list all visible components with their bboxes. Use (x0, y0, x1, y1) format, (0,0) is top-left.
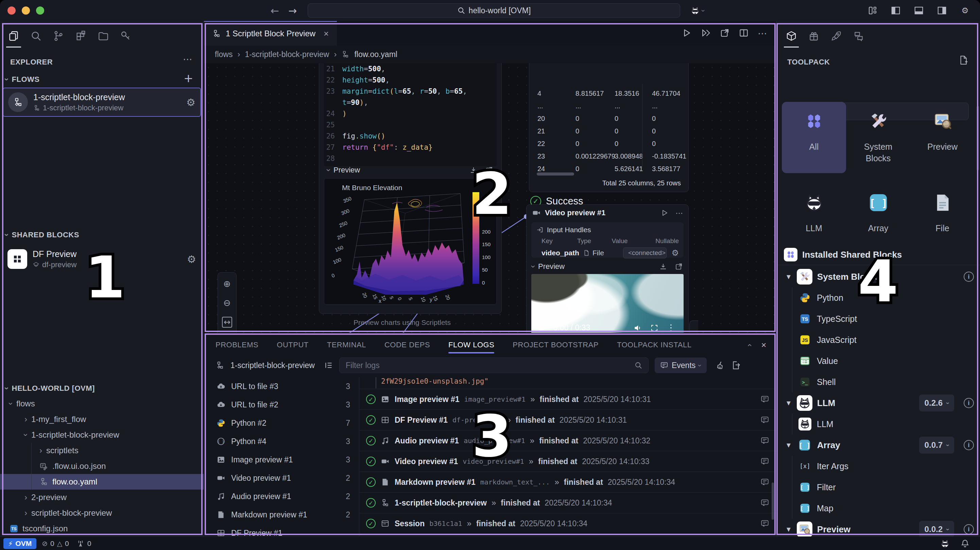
traffic-zoom-button[interactable] (36, 6, 44, 14)
flow-list-item[interactable]: 1-scriptlet-block-preview 1-scriptlet-bl… (3, 87, 201, 117)
node-more-icon[interactable]: ⋯ (675, 209, 683, 217)
file-tree-row[interactable]: › 1-my_first_flow (0, 412, 204, 427)
toggle-left-panel[interactable] (888, 3, 903, 18)
file-tree-row[interactable]: tsconfig.json (0, 521, 204, 536)
breadcrumb[interactable]: flows› 1-scriptlet-block-preview› flow.o… (204, 46, 776, 63)
traffic-close-button[interactable] (8, 6, 16, 14)
settings[interactable] (958, 3, 972, 18)
fit-view-icon[interactable]: ↔ (222, 317, 232, 328)
editor-tab[interactable]: 1 Scriptlet Block Preview × (204, 21, 337, 46)
log-entry-row[interactable]: ✓ DF Preview #1 df-preview#1 » finished … (359, 409, 776, 430)
block-group-header[interactable]: ▼ LLM 0.2.6 › i (782, 393, 974, 414)
block-category-tile[interactable]: All (782, 102, 846, 173)
feedback[interactable] (850, 27, 867, 45)
connected-value-pill[interactable]: <connected> (623, 247, 667, 258)
file-tree-row[interactable]: flow.oo.yaml (0, 474, 204, 490)
log-comment-icon[interactable] (760, 478, 769, 487)
info-icon[interactable]: i (964, 398, 974, 408)
export-logs-icon[interactable] (731, 361, 741, 370)
installed-block-item[interactable]: Value (799, 350, 974, 371)
explorer[interactable] (5, 27, 22, 45)
assistant-menu-button[interactable]: › (690, 5, 705, 16)
new-toolpack-icon[interactable] (958, 55, 969, 65)
workspace-search-bar[interactable]: hello-world [OVM] (308, 3, 680, 17)
log-comment-icon[interactable] (760, 457, 769, 466)
version-dropdown[interactable]: 0.2.6 › (919, 395, 954, 412)
panel-tab[interactable]: FLOW LOGS (449, 335, 494, 355)
project-section-header[interactable]: › HELLO-WORLD [OVM] (5, 384, 95, 393)
log-comment-icon[interactable] (760, 395, 769, 404)
bootstrap[interactable] (827, 27, 845, 45)
more-actions-icon[interactable]: ⋯ (758, 28, 767, 39)
log-comment-icon[interactable] (760, 519, 769, 528)
blocks[interactable] (72, 27, 90, 45)
file-tree-row[interactable]: › 1-scriptlet-block-preview (0, 427, 204, 443)
installed-block-item[interactable]: Iter Args (799, 456, 974, 477)
split-editor-button[interactable] (739, 28, 749, 39)
store[interactable] (805, 27, 822, 45)
file-tree-row[interactable]: .flow.ui.oo.json (0, 458, 204, 474)
installed-block-item[interactable]: Map (799, 498, 974, 519)
notifications-bell-icon[interactable] (960, 539, 970, 548)
installed-block-item[interactable]: JavaScript (799, 329, 974, 350)
maximize-panel-icon[interactable]: › (745, 344, 755, 347)
version-dropdown[interactable]: 0.0.2 › (919, 521, 954, 538)
open-external-icon[interactable] (485, 166, 493, 174)
flow-settings-gear-icon[interactable]: ⚙ (186, 97, 196, 108)
panel-tab[interactable]: TERMINAL (327, 335, 366, 355)
block-log-item[interactable]: Image preview #1 3 (204, 450, 359, 469)
shared-block-item[interactable]: DF Preview df-preview ⚙ (3, 244, 201, 274)
run-all-button[interactable] (701, 28, 711, 39)
block-group-header[interactable]: ▼ System Blocks i (782, 266, 974, 287)
plotly-chart[interactable]: Mt Bruno Elevation (324, 178, 496, 304)
download-icon[interactable] (659, 262, 667, 271)
block-log-item[interactable]: Video preview #1 2 (204, 469, 359, 487)
log-entry-row[interactable]: ✓ 1-scriptlet-block-preview » finished a… (359, 492, 776, 513)
block-log-item[interactable]: Python #2 7 (204, 414, 359, 432)
close-tab-icon[interactable]: × (324, 29, 329, 39)
file-tree-row[interactable]: › scriptlet-block-preview (0, 505, 204, 521)
video-menu-kebab-icon[interactable]: ⋮ (667, 323, 675, 333)
block-log-item[interactable]: DF Preview #1 (204, 524, 359, 536)
log-level-filter-icon[interactable] (324, 361, 333, 370)
video-node-header[interactable]: Video preview #1 ⋯ (527, 205, 688, 221)
block-log-item[interactable]: Markdown preview #1 2 (204, 506, 359, 524)
video-preview-header[interactable]: › Preview (532, 262, 683, 271)
zoom-in-icon[interactable]: ⊕ (223, 279, 231, 289)
panel-tab[interactable]: TOOLPACK INSTALL (617, 335, 692, 355)
explorer-more-icon[interactable]: ⋯ (183, 54, 192, 65)
block-category-tile[interactable]: File (910, 183, 975, 243)
log-entry-row[interactable]: ✓ Markdown preview #1 markdown_text_... … (359, 472, 776, 492)
code-editor[interactable]: 21 width=500, 22 height=500, 23 margin=d… (324, 63, 496, 166)
close-panel-icon[interactable]: × (761, 340, 767, 350)
assistant-cat-icon[interactable] (940, 539, 950, 548)
panel-tab[interactable]: PROJECT BOOTSTRAP (512, 335, 598, 355)
log-entry-row[interactable]: ✓ Image preview #1 image_preview#1 » fin… (359, 389, 776, 409)
play-icon[interactable]: ▶ (539, 323, 546, 333)
shared-blocks-section-header[interactable]: › SHARED BLOCKS (5, 230, 79, 240)
block-category-tile[interactable]: LLM (782, 183, 846, 243)
volume-icon[interactable] (633, 323, 642, 332)
scriptlet-preview-header[interactable]: › Preview (327, 165, 493, 175)
flows[interactable] (49, 27, 67, 45)
scriptlet-block-node[interactable]: 21 width=500, 22 height=500, 23 margin=d… (319, 63, 502, 314)
file-tree-row[interactable]: › flows (0, 396, 204, 412)
handle-settings-gear-icon[interactable]: ⚙ (671, 248, 679, 258)
log-entry-row[interactable]: ✓ Video preview #1 video_preview#1 » fin… (359, 451, 776, 472)
log-comment-icon[interactable] (760, 436, 769, 445)
block-log-item[interactable]: URL to file #3 3 (204, 377, 359, 396)
installed-block-item[interactable]: LLM (799, 414, 974, 434)
sidebar-scrollbar[interactable] (977, 106, 979, 170)
problems-status[interactable]: ⊘ 0 △ 0 (42, 539, 69, 548)
folders[interactable] (94, 27, 112, 45)
download-icon[interactable] (469, 166, 477, 174)
add-flow-button[interactable]: + (183, 71, 193, 85)
video-player[interactable]: ▶ 0:00 / 0:33 ⋮ (531, 274, 684, 333)
toggle-right-panel[interactable] (934, 3, 950, 18)
info-icon[interactable]: i (964, 440, 974, 450)
file-tree-row[interactable]: › scriptlets (0, 443, 204, 458)
table-horizontal-scrollbar[interactable] (537, 173, 574, 176)
fullscreen-icon[interactable] (650, 324, 659, 332)
info-icon[interactable]: i (964, 272, 974, 282)
run-flow-button[interactable] (681, 28, 692, 39)
